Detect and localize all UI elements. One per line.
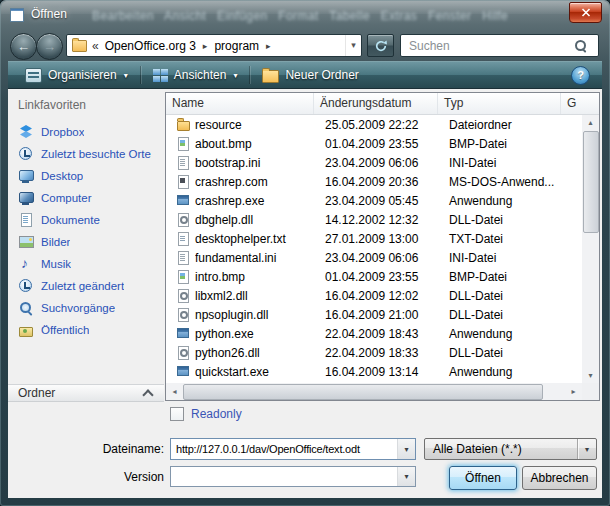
sidebar-item-computer[interactable]: Computer [12,187,162,209]
file-name: crashrep.exe [195,194,319,208]
chevron-up-icon [142,389,153,400]
search-icon[interactable] [575,40,586,51]
file-row[interactable]: resource 25.05.2009 22:22 Dateiordner [166,115,582,134]
file-type: INI-Datei [443,156,559,170]
file-row[interactable]: python26.dll 22.04.2009 18:33 DLL-Datei [166,343,582,362]
sidebar-item-dropbox[interactable]: Dropbox [12,121,162,143]
new-folder-button[interactable]: Neuer Ordner [253,63,367,87]
filename-value[interactable]: http://127.0.0.1/dav/OpenOffice/text.odt [171,439,397,459]
file-row[interactable]: python.exe 22.04.2009 18:43 Anwendung [166,324,582,343]
file-row[interactable]: quickstart.exe 16.04.2009 13:14 Anwendun… [166,362,582,381]
file-row[interactable]: npsoplugin.dll 16.04.2009 21:00 DLL-Date… [166,305,582,324]
file-row[interactable]: crashrep.com 16.04.2009 20:36 MS-DOS-Anw… [166,172,582,191]
bmp-file-icon [176,136,191,151]
organize-button[interactable]: Organisieren ▾ [16,63,137,87]
sidebar-item-recent-places[interactable]: Zuletzt besuchte Orte [12,143,162,165]
breadcrumb[interactable]: « OpenOffice.org 3 ▸ program ▸ ▾ [66,34,362,57]
file-name: crashrep.com [195,175,319,189]
file-type: BMP-Datei [443,270,559,284]
version-dropdown-icon[interactable]: ▾ [397,467,415,486]
filename-dropdown-icon[interactable]: ▾ [397,439,415,459]
msdos-file-icon [176,174,191,189]
file-type: DLL-Datei [443,289,559,303]
file-row[interactable]: intro.bmp 01.04.2009 23:55 BMP-Datei [166,267,582,286]
sidebar-item-public[interactable]: Öffentlich [12,319,162,341]
breadcrumb-separator-icon[interactable]: ▸ [203,41,208,51]
organize-icon [25,68,42,83]
refresh-button[interactable] [367,34,394,57]
toolbar-separator [140,66,141,84]
desktop-icon [18,168,35,184]
open-button[interactable]: Öffnen [449,466,517,490]
help-icon: ? [577,69,584,81]
forward-arrow-icon: → [43,40,56,53]
filename-input[interactable]: http://127.0.0.1/dav/OpenOffice/text.odt… [170,438,416,460]
vertical-scrollbar-thumb[interactable] [583,131,599,233]
views-icon [153,69,168,82]
help-button[interactable]: ? [571,66,590,85]
scroll-right-icon[interactable]: ▸ [565,383,582,400]
sidebar-item-music[interactable]: Musik [12,253,162,275]
close-button[interactable] [569,2,602,23]
toolbar-separator [249,66,250,84]
filetype-dropdown-icon[interactable]: ▾ [577,439,596,459]
file-row[interactable]: desktophelper.txt 27.01.2009 13:00 TXT-D… [166,229,582,248]
file-row[interactable]: crashrep.exe 23.04.2009 05:45 Anwendung [166,191,582,210]
column-header-date[interactable]: Änderungsdatum [314,93,438,114]
search-input[interactable]: Suchen [400,34,599,57]
new-folder-icon [262,70,279,83]
views-button[interactable]: Ansichten ▾ [144,63,247,87]
column-header-size[interactable]: G [561,93,599,114]
sidebar-item-pictures[interactable]: Bilder [12,231,162,253]
vertical-scrollbar[interactable]: ▴ ▾ [582,115,599,383]
file-row[interactable]: bootstrap.ini 23.04.2009 06:06 INI-Datei [166,153,582,172]
sidebar-item-desktop[interactable]: Desktop [12,165,162,187]
file-type: BMP-Datei [443,137,559,151]
folder-icon [72,40,87,52]
dll-file-icon [176,307,191,322]
sidebar-item-documents[interactable]: Dokumente [12,209,162,231]
file-row[interactable]: libxml2.dll 16.04.2009 12:02 DLL-Datei [166,286,582,305]
filetype-select[interactable]: Alle Dateien (*.*) ▾ [424,438,597,460]
file-type: Anwendung [443,365,559,379]
file-type: TXT-Datei [443,232,559,246]
file-name: python.exe [195,327,319,341]
filetype-value: Alle Dateien (*.*) [425,439,577,459]
horizontal-scrollbar-thumb[interactable] [183,384,543,400]
file-name: dbghelp.dll [195,213,319,227]
breadcrumb-item-program[interactable]: program [212,39,261,53]
file-name: intro.bmp [195,270,319,284]
scroll-left-icon[interactable]: ◂ [166,383,183,400]
chevron-down-icon: ▾ [124,71,128,80]
file-name: bootstrap.ini [195,156,319,170]
scroll-down-icon[interactable]: ▾ [582,368,599,383]
file-list: Name Änderungsdatum Typ G resource 25.05… [165,92,600,401]
column-header-type[interactable]: Typ [438,93,561,114]
open-dialog-window: Bearbeiten Ansicht Einfügen Format Tabel… [0,0,610,506]
computer-icon [18,190,35,206]
file-date: 27.01.2009 13:00 [319,232,443,246]
breadcrumb-overflow-chevron[interactable]: « [92,39,99,53]
file-row[interactable]: about.bmp 01.04.2009 23:55 BMP-Datei [166,134,582,153]
readonly-row: Readonly [170,407,242,421]
forward-button[interactable]: → [36,33,63,60]
scroll-up-icon[interactable]: ▴ [582,115,599,130]
breadcrumb-item-openoffice[interactable]: OpenOffice.org 3 [103,39,198,53]
version-select[interactable]: ▾ [170,466,416,487]
file-name: fundamental.ini [195,251,319,265]
back-button[interactable]: ← [10,33,37,60]
music-icon [18,256,35,272]
file-date: 16.04.2009 20:36 [319,175,443,189]
folders-expander[interactable]: Ordner [8,384,164,402]
back-arrow-icon: ← [17,40,30,53]
readonly-checkbox[interactable] [170,407,184,421]
sidebar-item-recently-changed[interactable]: Zuletzt geändert [12,275,162,297]
breadcrumb-dropdown-icon[interactable]: ▾ [345,35,361,56]
breadcrumb-separator-icon[interactable]: ▸ [266,41,271,51]
cancel-button[interactable]: Abbrechen [522,466,597,490]
file-row[interactable]: fundamental.ini 23.04.2009 06:06 INI-Dat… [166,248,582,267]
file-row[interactable]: dbghelp.dll 14.12.2002 12:32 DLL-Datei [166,210,582,229]
sidebar-item-searches[interactable]: Suchvorgänge [12,297,162,319]
column-header-name[interactable]: Name [166,93,314,114]
horizontal-scrollbar[interactable]: ◂ ▸ [166,383,582,400]
